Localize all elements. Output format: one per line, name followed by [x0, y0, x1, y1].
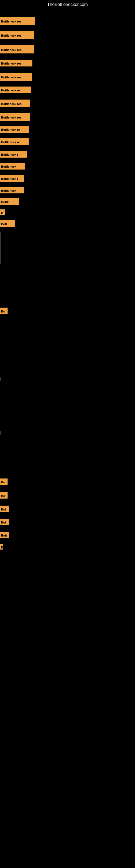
bar-label: Bott [0, 532, 9, 538]
bar-label: Bottle [0, 198, 19, 205]
bar-label: Bottleneck r [0, 151, 27, 158]
bar-item: Bott [0, 532, 9, 538]
site-title: TheBottlenecker.com [0, 0, 135, 9]
bar-item: Bottleneck re [0, 138, 29, 145]
bar-label: Bot [0, 519, 9, 525]
bar-item: Bottleneck r [0, 175, 24, 182]
bar-label: Bottleneck res [0, 99, 30, 107]
bar-item: Bottleneck res [0, 113, 30, 121]
bar-item: B [0, 209, 5, 215]
bar-item: Bottleneck res [0, 17, 35, 25]
bar-item: Bot [0, 519, 9, 525]
vertical-line [0, 377, 1, 381]
bar-label: Bot [0, 506, 9, 512]
bar-item: Bottleneck [0, 163, 25, 169]
bar-label: B [0, 544, 3, 550]
bar-label: Bo [0, 492, 8, 499]
vertical-line [0, 231, 1, 264]
bar-item: Bottleneck res [0, 60, 32, 66]
bar-item: Bottleneck re [0, 87, 31, 93]
bar-label: Bottleneck re [0, 126, 29, 133]
vertical-line [0, 431, 1, 435]
bar-item: B [0, 544, 3, 550]
bar-label: Bo [0, 478, 8, 485]
bar-label: B [0, 209, 5, 215]
bar-item: Bottle [0, 198, 19, 205]
bar-item: Bott [0, 220, 15, 227]
bar-label: Bott [0, 220, 15, 227]
bar-label: Bottleneck [0, 187, 24, 193]
bar-item: Bottleneck [0, 187, 24, 193]
bar-item: Bo [0, 478, 8, 485]
bar-item: Bo [0, 492, 8, 499]
bar-item: Bottleneck res [0, 31, 34, 39]
bar-item: Bottleneck r [0, 151, 27, 158]
bar-label: Bottleneck res [0, 45, 34, 54]
bar-item: Bottleneck res [0, 99, 30, 107]
bar-item: Bottleneck re [0, 126, 29, 133]
bar-label: Bottleneck [0, 163, 25, 169]
bar-label: Bottleneck re [0, 138, 29, 145]
bar-label: Bo [0, 308, 8, 314]
bar-label: Bottleneck res [0, 31, 34, 39]
bar-label: Bottleneck res [0, 60, 32, 66]
bar-item: Bottleneck res [0, 73, 32, 81]
bar-label: Bottleneck res [0, 17, 35, 25]
bar-label: Bottleneck r [0, 175, 24, 182]
bar-item: Bot [0, 506, 9, 512]
bar-label: Bottleneck res [0, 73, 32, 81]
bar-label: Bottleneck res [0, 113, 30, 121]
bar-label: Bottleneck re [0, 87, 31, 93]
bar-item: Bottleneck res [0, 45, 34, 54]
bar-item: Bo [0, 308, 8, 314]
